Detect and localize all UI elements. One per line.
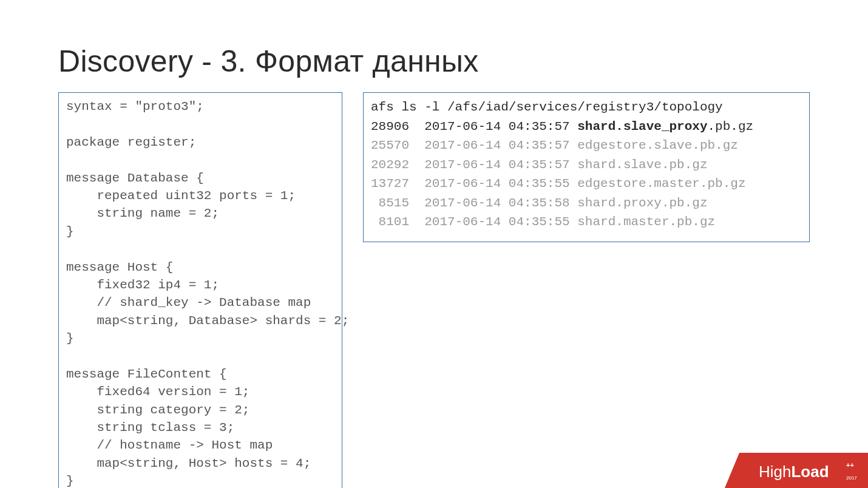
ls-row: 25570 2017-06-14 04:35:57 edgestore.slav… [371,136,802,155]
logo-brand-right: Load [791,463,829,481]
file-size: 20292 [371,158,409,172]
file-date: 2017-06-14 04:35:58 [409,196,577,210]
file-size: 13727 [371,177,409,191]
ls-row: 20292 2017-06-14 04:35:57 shard.slave.pb… [371,155,802,175]
logo-brand-left: High [759,463,791,481]
file-name: shard.slave.pb.gz [577,158,707,172]
ls-row: 28906 2017-06-14 04:35:57 shard.slave_pr… [371,117,802,137]
file-date: 2017-06-14 04:35:55 [409,177,577,191]
file-name-suffix: .pb.gz [708,120,754,134]
file-name: edgestore.slave.pb.gz [577,138,738,152]
file-date: 2017-06-14 04:35:57 [409,158,577,172]
file-size: 28906 [371,120,409,134]
file-date: 2017-06-14 04:35:57 [409,138,577,152]
ls-row: 8515 2017-06-14 04:35:58 shard.proxy.pb.… [371,194,802,213]
file-date: 2017-06-14 04:35:57 [409,120,577,134]
ls-row: 8101 2017-06-14 04:35:55 shard.master.pb… [371,212,802,232]
slide: Discovery - 3. Формат данных syntax = "p… [0,0,868,488]
proto-panel: syntax = "proto3"; package register; mes… [58,92,342,488]
content-panels: syntax = "proto3"; package register; mes… [58,92,810,488]
listing-panel: afs ls -l /afs/iad/services/registry3/to… [363,92,810,242]
proto-code-block: syntax = "proto3"; package register; mes… [66,98,334,488]
file-size: 8515 [371,196,409,210]
file-size: 25570 [371,138,409,152]
logo-year: 2017 [846,475,857,481]
logo-plus: ++ [846,461,854,469]
ls-row: 13727 2017-06-14 04:35:55 edgestore.mast… [371,174,802,194]
file-name: shard.slave_proxy [577,120,707,134]
file-name: shard.proxy.pb.gz [577,196,707,210]
file-name: edgestore.master.pb.gz [577,177,745,191]
highload-logo: HighLoad ++ 2017 [725,453,868,488]
file-date: 2017-06-14 04:35:55 [409,215,577,229]
svg-text:HighLoad: HighLoad [759,463,829,481]
file-name: shard.master.pb.gz [577,215,715,229]
file-size: 8101 [371,215,409,229]
ls-rows: 28906 2017-06-14 04:35:57 shard.slave_pr… [371,117,802,232]
ls-command: afs ls -l /afs/iad/services/registry3/to… [371,98,802,117]
slide-title: Discovery - 3. Формат данных [58,44,810,79]
